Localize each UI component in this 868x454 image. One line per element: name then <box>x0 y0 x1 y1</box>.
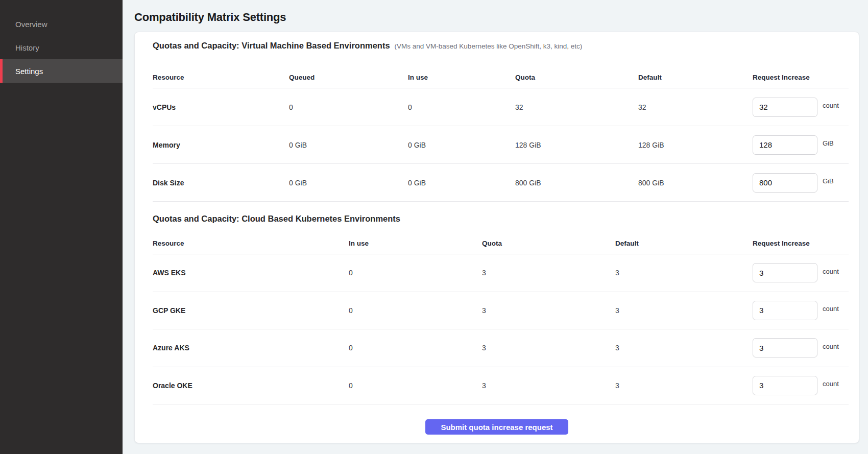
sidebar-item-label: Settings <box>15 67 43 76</box>
unit-label: count <box>823 102 839 109</box>
request-increase-cell: count <box>753 263 850 282</box>
main-content: Compatibility Matrix Settings Quotas and… <box>123 0 868 454</box>
vm-section-title: Quotas and Capacity: Virtual Machine Bas… <box>153 41 390 51</box>
footer-actions: Submit quota increase request <box>145 404 849 435</box>
vm-section-header: Quotas and Capacity: Virtual Machine Bas… <box>145 32 849 54</box>
cell-queued: 0 GiB <box>289 179 408 187</box>
request-increase-cell: count <box>753 98 850 117</box>
request-increase-cell: GiB <box>753 135 850 155</box>
submit-quota-increase-button[interactable]: Submit quota increase request <box>425 419 568 435</box>
request-increase-input[interactable] <box>753 98 817 117</box>
table-row: Memory0 GiB0 GiB128 GiB128 GiBGiB <box>153 126 849 164</box>
sidebar-item-overview[interactable]: Overview <box>0 12 123 36</box>
sidebar-item-settings[interactable]: Settings <box>0 59 123 83</box>
cell-quota: 3 <box>482 344 615 352</box>
request-increase-input[interactable] <box>753 135 817 155</box>
row-resource-label: GCP GKE <box>153 306 349 315</box>
cloud-quota-table: ResourceIn useQuotaDefaultRequest Increa… <box>145 227 849 404</box>
cloud-section-title: Quotas and Capacity: Cloud Based Kuberne… <box>153 214 400 224</box>
column-header-resource: Resource <box>153 240 349 247</box>
cell-quota: 32 <box>515 103 638 111</box>
cell-in-use: 0 <box>349 344 482 352</box>
table-row: GCP GKE033count <box>153 292 849 330</box>
column-header-queued: Queued <box>289 74 408 81</box>
cell-quota: 800 GiB <box>515 179 638 187</box>
column-header-quota: Quota <box>482 240 615 247</box>
column-header-in-use: In use <box>408 74 515 81</box>
cell-quota: 3 <box>482 306 615 315</box>
column-header-resource: Resource <box>153 74 289 81</box>
column-header-request-increase: Request Increase <box>753 74 850 81</box>
vm-section-subtitle: (VMs and VM-based Kubernetes like OpenSh… <box>395 42 583 50</box>
request-increase-input[interactable] <box>753 301 817 320</box>
cell-in-use: 0 <box>349 269 482 277</box>
column-header-default: Default <box>638 74 753 81</box>
settings-card: Quotas and Capacity: Virtual Machine Bas… <box>134 32 859 443</box>
unit-label: count <box>823 343 839 350</box>
unit-label: count <box>823 268 839 275</box>
sidebar-item-label: Overview <box>15 20 47 29</box>
column-header-request-increase: Request Increase <box>753 240 850 247</box>
cell-default: 32 <box>638 103 753 111</box>
cell-default: 3 <box>615 381 753 390</box>
cell-default: 800 GiB <box>638 179 753 187</box>
request-increase-cell: GiB <box>753 173 850 193</box>
cell-default: 3 <box>615 306 753 315</box>
cell-quota: 3 <box>482 269 615 277</box>
sidebar-item-history[interactable]: History <box>0 36 123 59</box>
cell-in-use: 0 <box>408 103 515 111</box>
table-row: Disk Size0 GiB0 GiB800 GiB800 GiBGiB <box>153 164 849 202</box>
unit-label: GiB <box>823 177 834 185</box>
request-increase-input[interactable] <box>753 173 817 193</box>
cell-queued: 0 <box>289 103 408 111</box>
cell-queued: 0 GiB <box>289 141 408 149</box>
sidebar: Overview History Settings <box>0 0 123 454</box>
cell-in-use: 0 <box>349 306 482 315</box>
unit-label: count <box>823 380 839 388</box>
cloud-table-header-row: ResourceIn useQuotaDefaultRequest Increa… <box>153 227 849 254</box>
vm-table-header-row: ResourceQueuedIn useQuotaDefaultRequest … <box>153 54 849 88</box>
vm-quota-table: ResourceQueuedIn useQuotaDefaultRequest … <box>145 54 849 202</box>
request-increase-cell: count <box>753 376 850 395</box>
request-increase-cell: count <box>753 301 850 320</box>
page-title: Compatibility Matrix Settings <box>134 10 868 25</box>
table-row: AWS EKS033count <box>153 254 849 292</box>
row-resource-label: Disk Size <box>153 179 289 187</box>
unit-label: GiB <box>823 139 834 147</box>
request-increase-input[interactable] <box>753 338 817 357</box>
row-resource-label: vCPUs <box>153 103 289 111</box>
column-header-in-use: In use <box>349 240 482 247</box>
cell-default: 3 <box>615 269 753 277</box>
cell-quota: 128 GiB <box>515 141 638 149</box>
unit-label: count <box>823 305 839 313</box>
cell-default: 128 GiB <box>638 141 753 149</box>
row-resource-label: Azure AKS <box>153 344 349 352</box>
cell-quota: 3 <box>482 381 615 390</box>
column-header-default: Default <box>615 240 753 247</box>
table-row: Azure AKS033count <box>153 329 849 367</box>
request-increase-input[interactable] <box>753 263 817 282</box>
table-row: Oracle OKE033count <box>153 367 849 405</box>
table-row: vCPUs003232count <box>153 88 849 126</box>
column-header-quota: Quota <box>515 74 638 81</box>
row-resource-label: Oracle OKE <box>153 381 349 390</box>
cell-in-use: 0 GiB <box>408 141 515 149</box>
request-increase-input[interactable] <box>753 376 817 395</box>
request-increase-cell: count <box>753 338 850 357</box>
row-resource-label: AWS EKS <box>153 269 349 277</box>
row-resource-label: Memory <box>153 141 289 149</box>
cell-in-use: 0 <box>349 381 482 390</box>
cell-in-use: 0 GiB <box>408 179 515 187</box>
cloud-section-header: Quotas and Capacity: Cloud Based Kuberne… <box>145 202 849 227</box>
app-root: Overview History Settings Compatibility … <box>0 0 868 454</box>
cell-default: 3 <box>615 344 753 352</box>
sidebar-item-label: History <box>15 43 39 52</box>
